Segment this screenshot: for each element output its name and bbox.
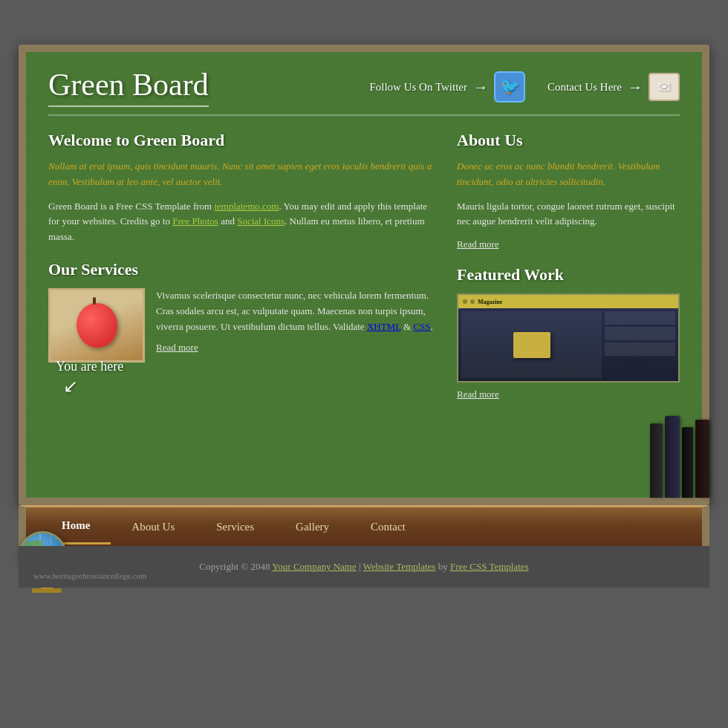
- site-title: Green Board: [48, 67, 209, 107]
- free-photos-link[interactable]: Free Photos: [172, 215, 218, 227]
- about-body: Mauris ligula tortor, congue laoreet rut…: [457, 199, 680, 230]
- fw-sidebar: [605, 311, 675, 378]
- globe-base: [32, 588, 62, 593]
- service-body: Vivamus scelerisque consectetur nunc, ne…: [156, 288, 435, 334]
- main-content: Welcome to Green Board Nullam at erat ip…: [48, 131, 680, 400]
- xhtml-link[interactable]: XHTML: [367, 321, 401, 332]
- twitter-arrow-icon: →: [473, 79, 488, 96]
- featured-read-more[interactable]: Read more: [457, 389, 680, 400]
- welcome-body: Green Board is a Free CSS Template from …: [48, 199, 435, 245]
- featured-work-image: Magazine: [457, 293, 680, 383]
- services-section: Our Services Vivamus scelerisque con: [48, 260, 435, 363]
- nav-bar: Home About Us Services Gallery Contact: [19, 505, 709, 546]
- twitter-link[interactable]: Follow Us On Twitter → 🐦: [369, 71, 525, 103]
- contact-link[interactable]: Contact Us Here → ✉: [547, 73, 680, 101]
- book1: [650, 423, 663, 498]
- books-decoration: [650, 409, 709, 498]
- fw-logo-text: Magazine: [478, 299, 502, 305]
- fw-main-area: [461, 311, 602, 378]
- services-heading: Our Services: [48, 260, 435, 279]
- company-link[interactable]: Your Company Name: [272, 561, 357, 572]
- contact-label: Contact Us Here: [547, 81, 622, 94]
- templatemo-link[interactable]: templatemo.com: [214, 201, 279, 212]
- about-italic: Donec ac eros ac nunc blandit hendrerit.…: [457, 159, 680, 190]
- nav-inner: Home About Us Services Gallery Contact: [26, 507, 702, 546]
- fw-dot: [463, 299, 467, 304]
- footer-url: www.heritagechristiancollege.com: [33, 571, 147, 580]
- welcome-section: Welcome to Green Board Nullam at erat ip…: [48, 131, 435, 245]
- social-icons-link[interactable]: Social Icons: [237, 215, 285, 227]
- right-column: About Us Donec ac eros ac nunc blandit h…: [457, 131, 680, 400]
- book2: [665, 416, 680, 498]
- featured-section: Featured Work Magazine: [457, 265, 680, 400]
- book4: [695, 420, 709, 498]
- you-are-here: You are here ↙: [56, 359, 123, 397]
- nav-item-gallery[interactable]: Gallery: [275, 510, 350, 544]
- apple-icon: [77, 303, 117, 348]
- header: Green Board Follow Us On Twitter → 🐦 Con…: [48, 67, 680, 116]
- about-heading: About Us: [457, 131, 680, 150]
- fw-dot2: [470, 299, 475, 304]
- book3: [682, 427, 693, 498]
- welcome-italic: Nullam at erat ipsum, quis tincidunt mau…: [48, 159, 435, 190]
- service-item: Vivamus scelerisque consectetur nunc, ne…: [48, 288, 435, 363]
- board-container: Green Board Follow Us On Twitter → 🐦 Con…: [19, 45, 709, 505]
- free-css-link[interactable]: Free CSS Templates: [450, 561, 529, 572]
- welcome-heading: Welcome to Green Board: [48, 131, 435, 150]
- nav-item-about[interactable]: About Us: [111, 510, 195, 544]
- services-read-more[interactable]: Read more: [156, 340, 435, 356]
- twitter-label: Follow Us On Twitter: [369, 81, 467, 94]
- twitter-icon: 🐦: [494, 71, 525, 103]
- templates-link[interactable]: Website Templates: [363, 561, 436, 572]
- nav-item-services[interactable]: Services: [195, 510, 275, 544]
- service-text: Vivamus scelerisque consectetur nunc, ne…: [156, 288, 435, 356]
- you-are-here-arrow: ↙: [63, 376, 123, 397]
- about-section: About Us Donec ac eros ac nunc blandit h…: [457, 131, 680, 250]
- css-link[interactable]: CSS: [413, 321, 430, 332]
- contact-arrow-icon: →: [628, 79, 643, 96]
- nav-item-contact[interactable]: Contact: [350, 510, 426, 544]
- header-links: Follow Us On Twitter → 🐦 Contact Us Here…: [369, 71, 680, 103]
- about-read-more[interactable]: Read more: [457, 238, 680, 250]
- fw-sidebar-item1: [605, 311, 675, 325]
- email-icon: ✉: [649, 73, 680, 101]
- fw-sidebar-item3: [605, 342, 675, 356]
- featured-heading: Featured Work: [457, 265, 680, 285]
- fw-sidebar-item2: [605, 327, 675, 340]
- footer: Copyright © 2048 Your Company Name | Web…: [19, 546, 709, 588]
- service-image: [48, 288, 145, 363]
- fw-card: [513, 332, 550, 358]
